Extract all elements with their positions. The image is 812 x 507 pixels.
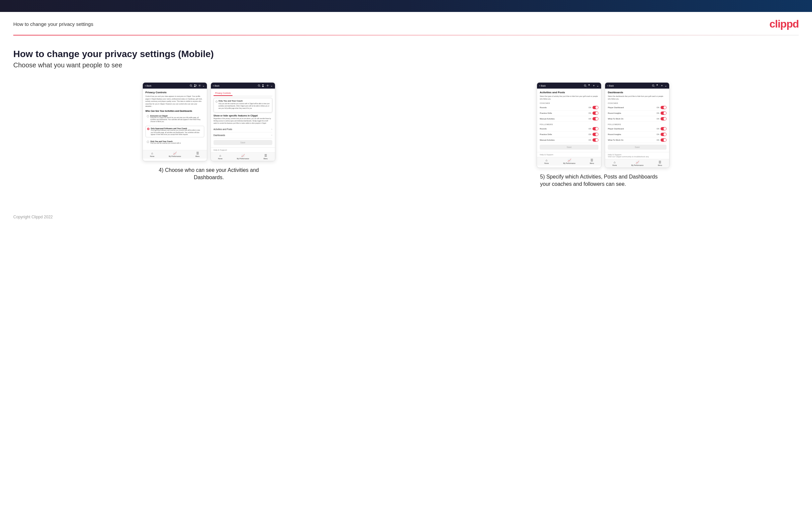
phone-topbar-3: < Back ⌄ <box>537 82 601 89</box>
svg-point-5 <box>589 84 590 85</box>
privacy-tab-active[interactable]: Privacy Controls <box>213 91 233 96</box>
nav-menu-4[interactable]: ☰ Menu <box>658 161 662 166</box>
nav-performance-4[interactable]: 📈 My Performance <box>631 161 644 166</box>
chart-icon-1: 📈 <box>173 152 177 155</box>
phone-topbar-1: < Back ⌄ <box>143 82 207 89</box>
header: How to change your privacy settings clip… <box>0 12 812 30</box>
phone-topbar-4: < Back ⌄ <box>605 82 669 89</box>
followers-what-to-work-row[interactable]: What To Work On ON <box>608 137 666 143</box>
people-icon-2 <box>262 84 265 87</box>
screen3-title: Activities and Posts <box>540 91 599 94</box>
settings-icon-4[interactable] <box>660 84 664 87</box>
toggle-coaches-manual[interactable] <box>593 117 599 120</box>
followers-rounds-row[interactable]: Rounds ON <box>540 126 599 132</box>
nav-performance-2[interactable]: 📈 My Performance <box>237 154 249 160</box>
back-button-2[interactable]: < Back <box>213 84 219 87</box>
home-icon-1: ⌂ <box>151 152 153 155</box>
toggle-followers-manual[interactable] <box>593 138 599 142</box>
chart-icon-3: 📈 <box>568 159 571 162</box>
phone-navbar-2: ⌂ Home 📈 My Performance ☰ Menu <box>211 152 275 161</box>
toggle-coaches-round-insights[interactable] <box>661 111 666 115</box>
section-right: < Back ⌄ Activities and Posts Select the… <box>408 82 799 188</box>
phone-navbar-1: ⌂ Home 📈 My Performance ☰ Menu <box>143 150 207 159</box>
toggle-coaches-player-dashboard[interactable] <box>661 106 666 109</box>
settings-icon-2[interactable] <box>266 84 269 87</box>
radio-option-approved[interactable]: Only Approved Followers and Your Coach O… <box>146 126 204 137</box>
nav-home-2[interactable]: ⌂ Home <box>218 154 222 160</box>
radio-content-youonly: Only You and Your Coach Only you and the… <box>150 140 181 144</box>
svg-point-1 <box>196 85 197 86</box>
coaches-player-dashboard-row[interactable]: Player Dashboard ON <box>608 105 666 111</box>
settings-icon-1[interactable] <box>198 84 201 87</box>
nav-performance-1[interactable]: 📈 My Performance <box>169 152 181 157</box>
radio-circle-everyone <box>147 115 149 117</box>
toggle-followers-drills[interactable] <box>593 133 599 136</box>
followers-drills-row[interactable]: Practice Drills ON <box>540 132 599 137</box>
nav-menu-1[interactable]: ☰ Menu <box>195 152 200 157</box>
coaches-drills-row[interactable]: Practice Drills ON <box>540 111 599 116</box>
toggle-followers-round-insights[interactable] <box>661 133 666 136</box>
back-button-1[interactable]: < Back <box>145 84 151 87</box>
back-button-3[interactable]: < Back <box>539 84 546 87</box>
toggle-followers-rounds[interactable] <box>593 127 599 130</box>
more-icon-1[interactable]: ⌄ <box>202 84 205 87</box>
followers-manual-row[interactable]: Manual Activities ON <box>540 137 599 143</box>
phone-screen-4: < Back ⌄ Dashboards Select the dashboard… <box>605 82 669 168</box>
more-icon-4[interactable]: ⌄ <box>665 84 667 87</box>
toggle-coaches-what-to-work[interactable] <box>661 117 666 120</box>
more-icon-3[interactable]: ⌄ <box>597 84 599 87</box>
settings-icon-3[interactable] <box>592 84 596 87</box>
coaches-round-insights-row[interactable]: Round Insights ON <box>608 111 666 116</box>
radio-content-approved: Only Approved Followers and Your Coach O… <box>151 127 203 136</box>
menu-row-dashboards[interactable]: Dashboards › <box>213 132 272 138</box>
menu-row-activities[interactable]: Activities and Posts › <box>213 126 272 132</box>
coaches-rounds-row[interactable]: Rounds ON <box>540 105 599 111</box>
screens-pair-right: < Back ⌄ Activities and Posts Select the… <box>537 82 669 168</box>
svg-point-8 <box>662 85 663 86</box>
logo: clippd <box>769 18 799 30</box>
toggle-coaches-rounds[interactable] <box>593 106 599 109</box>
coaches-manual-row[interactable]: Manual Activities ON <box>540 116 599 122</box>
save-button-2[interactable]: Save <box>213 140 272 145</box>
help-support-3: Help & Support <box>537 152 601 157</box>
nav-home-3[interactable]: ⌂ Home <box>544 159 549 164</box>
radio-option-everyone[interactable]: Everyone on Clippd Everyone on Clippd ca… <box>146 113 204 124</box>
footer: Copyright Clippd 2022 <box>0 208 812 226</box>
search-icon-1[interactable] <box>189 84 193 87</box>
nav-home-1[interactable]: ⌂ Home <box>150 152 154 157</box>
nav-menu-2[interactable]: ☰ Menu <box>263 154 268 160</box>
nav-performance-3[interactable]: 📈 My Performance <box>563 159 575 164</box>
toggle-coaches-drills[interactable] <box>593 111 599 115</box>
search-icon-3[interactable] <box>583 84 587 87</box>
people-icon-3 <box>588 84 591 87</box>
followers-round-insights-row[interactable]: Round Insights ON <box>608 132 666 137</box>
nav-home-4[interactable]: ⌂ Home <box>612 161 617 166</box>
coaches-what-to-work-row[interactable]: What To Work On ON <box>608 116 666 122</box>
phone-body-1: Privacy Controls Control how you and you… <box>143 89 207 150</box>
screen1-section-title: Who Can See Your Activities and Dashboar… <box>146 110 204 112</box>
search-icon-2[interactable] <box>257 84 261 87</box>
menu-icon-1: ☰ <box>196 152 199 155</box>
menu-icon-2: ☰ <box>264 154 267 157</box>
save-button-3[interactable]: Save <box>540 145 599 150</box>
toggle-followers-what-to-work[interactable] <box>661 138 666 142</box>
save-button-4[interactable]: Save <box>608 145 666 150</box>
more-icon-2[interactable]: ⌄ <box>270 84 273 87</box>
screens-pair-left: < Back ⌄ Privacy Controls Control how yo… <box>143 82 275 161</box>
back-button-4[interactable]: < Back <box>607 84 614 87</box>
show-hide-desc: Regardless of the privacy controls that … <box>213 118 272 124</box>
followers-player-dashboard-row[interactable]: Player Dashboard ON <box>608 126 666 132</box>
radio-desc-everyone: Everyone on Clippd can search for you an… <box>150 117 203 123</box>
nav-menu-3[interactable]: ☰ Menu <box>590 159 594 164</box>
phone-navbar-3: ⌂ Home 📈 My Performance ☰ Menu <box>537 157 601 166</box>
radio-circle-approved <box>147 128 149 130</box>
toggle-followers-player-dashboard[interactable] <box>661 127 666 130</box>
svg-point-4 <box>267 85 268 86</box>
chevron-activities: › <box>271 128 272 131</box>
help-support-2: Help & Support <box>211 147 275 152</box>
page-subtitle: Choose what you want people to see <box>13 61 799 69</box>
radio-option-youonly[interactable]: Only You and Your Coach Only you and the… <box>146 139 204 146</box>
caption-left: 4) Choose who can see your Activities an… <box>146 167 272 181</box>
search-icon-4[interactable] <box>652 84 655 87</box>
menu-icon-3: ☰ <box>591 159 593 162</box>
